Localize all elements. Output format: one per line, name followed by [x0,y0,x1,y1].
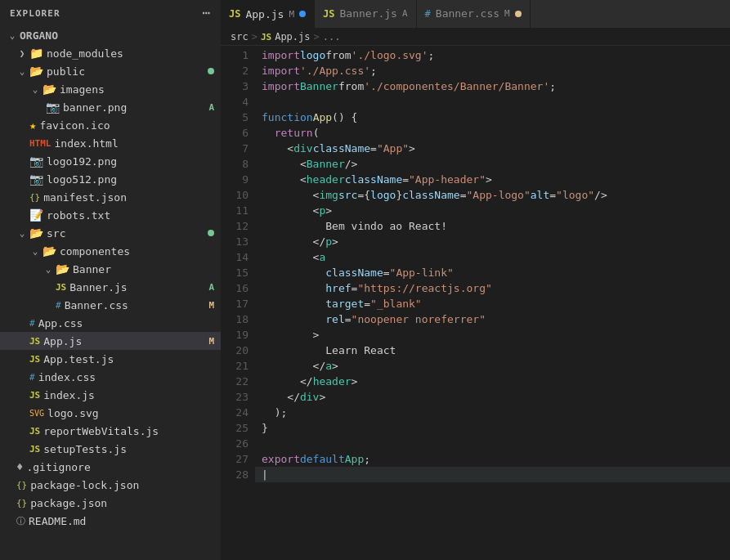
png-icon: 📷 [29,172,43,186]
code-line-10: <img src={logo} className="App-logo" alt… [255,187,730,203]
sidebar-item-app-test-js[interactable]: JS App.test.js [0,350,221,368]
js-icon: JS [29,444,40,455]
node-modules-label: node_modules [47,47,221,60]
folder-open-icon: 📂 [29,65,43,78]
sidebar-item-logo512[interactable]: 📷 logo512.png [0,170,221,188]
code-line-20: Learn React [255,343,730,358]
sidebar-item-banner-folder[interactable]: ⌄ 📂 Banner [0,260,221,278]
breadcrumb-sep1: > [252,31,258,43]
sidebar-item-package-lock[interactable]: {} package-lock.json [0,476,221,494]
sidebar-item-componentes[interactable]: ⌄ 📂 componentes [0,242,221,260]
sidebar-item-banner-css[interactable]: # Banner.css M [0,296,221,314]
sidebar-item-logo192[interactable]: 📷 logo192.png [0,152,221,170]
sidebar-item-setuptests[interactable]: JS setupTests.js [0,440,221,458]
breadcrumb-appjs[interactable]: App.js [275,31,310,43]
sidebar-item-app-js[interactable]: JS App.js M [0,332,221,350]
sidebar-item-app-css[interactable]: # App.css [0,314,221,332]
code-area: 12345 678910 1112131415 1617181920 21222… [221,46,730,560]
code-content[interactable]: import logo from './logo.svg'; import '.… [255,46,730,560]
logo512-label: logo512.png [47,173,221,186]
json-icon: {} [16,498,27,508]
tab-banner-css[interactable]: # Banner.css M [417,0,531,28]
sidebar-item-readme[interactable]: ⓘ README.md [0,512,221,530]
sidebar-item-banner-png[interactable]: 📷 banner.png A [0,98,221,116]
code-line-13: </p> [255,234,730,249]
banner-css-label: Banner.css [65,299,209,311]
code-line-16: href="https://reactjs.org" [255,280,730,296]
sidebar-item-reportwebvitals[interactable]: JS reportWebVitals.js [0,422,221,440]
folder-icon: 📁 [29,47,43,60]
code-line-19: > [255,327,730,343]
added-badge: A [208,102,214,113]
folder-open-icon: 📂 [29,226,43,240]
sidebar-item-manifest[interactable]: {} manifest.json [0,188,221,206]
breadcrumb-sep2: > [314,31,320,43]
sidebar-item-public[interactable]: ⌄ 📂 public [0,62,221,80]
code-line-15: className="App-link" [255,265,730,280]
breadcrumb: src > JS App.js > ... [221,29,730,46]
modified-dot [208,230,214,236]
json-icon: {} [16,480,27,491]
more-icon[interactable]: ⋯ [202,7,211,20]
sidebar-item-node-modules[interactable]: ❯ 📁 node_modules [0,44,221,62]
tab-app-js[interactable]: JS App.js M [221,0,315,28]
sidebar-root-organo[interactable]: ⌄ ORGANO [0,26,221,44]
sidebar-item-index-js[interactable]: JS index.js [0,386,221,404]
code-line-8: <Banner /> [255,156,730,172]
css-icon: # [29,318,35,329]
logo-svg-label: logo.svg [47,407,221,419]
code-line-5: function App() { [255,110,730,125]
favicon-label: favicon.ico [39,119,221,132]
banner-png-label: banner.png [63,101,208,114]
sidebar-item-index-html[interactable]: HTML index.html [0,134,221,152]
code-line-2: import './App.css'; [255,63,730,78]
chevron-down-icon: ⌄ [29,246,41,257]
folder-open-icon: 📂 [43,83,56,96]
js-icon: JS [29,354,40,365]
sidebar-tree: ⌄ ORGANO ❯ 📁 node_modules ⌄ 📂 public ⌄ 📂… [0,26,221,560]
sidebar-item-banner-js[interactable]: JS Banner.js A [0,278,221,296]
modified-dot [208,68,214,74]
sidebar-item-src[interactable]: ⌄ 📂 src [0,224,221,242]
code-line-1: import logo from './logo.svg'; [255,47,730,63]
sidebar-item-gitignore[interactable]: ♦ .gitignore [0,458,221,476]
json-icon: {} [29,192,40,203]
reportwebvitals-label: reportWebVitals.js [43,425,221,437]
sidebar-item-logo-svg[interactable]: SVG logo.svg [0,404,221,422]
sidebar-item-robots[interactable]: 📝 robots.txt [0,206,221,224]
sidebar-item-imagens[interactable]: ⌄ 📂 imagens [0,80,221,98]
robots-label: robots.txt [47,209,221,222]
code-line-28: | [255,467,730,482]
componentes-label: componentes [60,245,221,258]
tab-unsaved-dot [299,11,306,17]
chevron-down-icon: ⌄ [7,30,18,41]
png-icon: 📷 [46,101,60,114]
readme-icon: ⓘ [16,515,25,527]
breadcrumb-src[interactable]: src [231,31,249,43]
html-icon: HTML [29,138,52,149]
code-line-18: rel="noopener noreferrer" [255,311,730,327]
tab-modifier-m: M [289,9,294,20]
package-json-label: package.json [30,497,221,509]
chevron-down-icon: ⌄ [16,228,28,239]
code-line-3: import Banner from './componentes/Banner… [255,78,730,94]
folder-open-icon: 📂 [56,262,69,276]
tab-banner-css-label: Banner.css [436,7,499,20]
modified-badge: M [208,300,214,311]
tab-app-js-label: App.js [245,8,284,20]
code-line-21: </a> [255,358,730,374]
code-line-24: ); [255,405,730,420]
sidebar-item-favicon[interactable]: ★ favicon.ico [0,116,221,134]
code-line-27: export default App; [255,451,730,467]
css-icon: # [56,300,61,311]
sidebar-item-package-json[interactable]: {} package.json [0,494,221,512]
js-file-icon: JS [229,8,240,20]
line-numbers: 12345 678910 1112131415 1617181920 21222… [221,46,255,560]
chevron-down-icon: ⌄ [43,264,54,275]
tab-banner-js[interactable]: JS Banner.js A [315,0,417,28]
chevron-down-icon: ⌄ [29,84,41,95]
sidebar-header-icons: ⋯ [202,7,211,20]
sidebar-title: EXPLORER [10,8,60,19]
sidebar-item-index-css[interactable]: # index.css [0,368,221,386]
app-test-label: App.test.js [43,353,221,365]
